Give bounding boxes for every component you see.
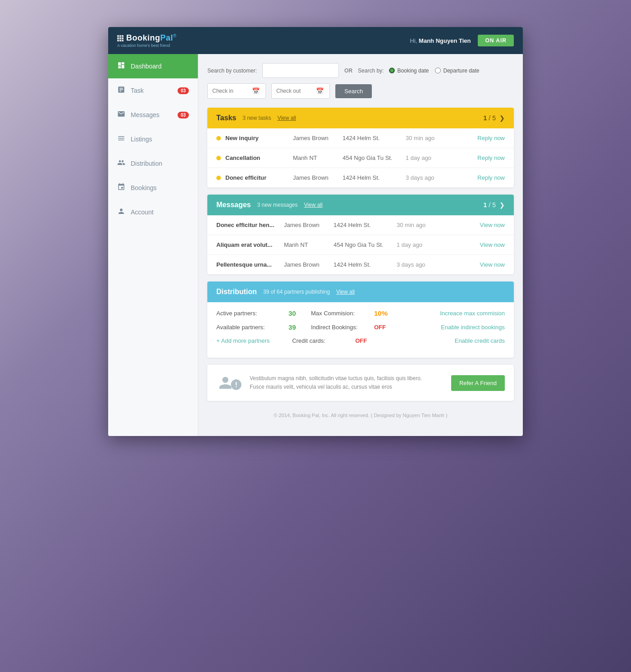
sidebar-label-messages: Messages [131, 111, 160, 118]
messages-page-total: 5 [492, 201, 496, 209]
svg-rect-5 [122, 37, 123, 39]
messages-page-sep: / [489, 201, 490, 209]
referral-text: Vestibulum magna nibh, sollicitudin vita… [250, 374, 422, 391]
distribution-row-3: + Add more partners Credit cards: OFF En… [216, 337, 505, 344]
tasks-card: Tasks 3 new tasks View all 1 / 5 ❯ New i… [207, 108, 514, 187]
content-area: Search by customer: OR Search by: Bookin… [198, 54, 523, 436]
distribution-view-all[interactable]: View all [336, 289, 355, 295]
logo-tagline: A vacation home's best friend [117, 43, 177, 48]
messages-rows: Donec efficitur hen... James Brown 1424 … [207, 215, 514, 274]
sidebar-label-account: Account [131, 209, 154, 216]
table-row: New inquiry James Brown 1424 Helm St. 30… [207, 128, 514, 148]
checkout-date-input[interactable]: 📅 [271, 83, 330, 99]
listings-icon [117, 134, 125, 144]
svg-rect-0 [117, 35, 119, 37]
row-address: 1424 Helm St. [343, 135, 401, 141]
header-greeting: Hi, Manh Nguyen Tien [410, 37, 471, 44]
row-name: James Brown [284, 261, 329, 268]
row-type: New inquiry [225, 135, 288, 141]
sidebar-item-bookings[interactable]: Bookings [108, 176, 198, 200]
svg-rect-4 [119, 37, 121, 39]
max-commission-label: Max Commision: [311, 310, 374, 317]
task-badge: 03 [178, 87, 189, 94]
messages-badge: 03 [178, 112, 189, 118]
available-partners-value: 39 [288, 323, 311, 331]
row-dot [216, 136, 221, 141]
row-action[interactable]: Reply now [477, 154, 505, 161]
refer-friend-button[interactable]: Refer A Friend [451, 375, 505, 391]
tasks-title: Tasks [216, 114, 236, 122]
row-type: Donec efficitur hen... [216, 222, 279, 228]
search-button[interactable]: Search [335, 84, 372, 98]
table-row: Cancellation Manh NT 454 Ngo Gia Tu St. … [207, 148, 514, 168]
row-type: Pellentesque urna... [216, 261, 279, 268]
messages-card: Messages 3 new messages View all 1 / 5 ❯… [207, 195, 514, 274]
checkin-date-input[interactable]: 📅 [207, 83, 266, 99]
row-time: 30 min ago [406, 135, 446, 141]
dashboard-icon [117, 61, 125, 71]
task-icon [117, 86, 125, 95]
sidebar-label-bookings: Bookings [131, 184, 157, 191]
radio-departure-date[interactable]: Departure date [435, 68, 479, 74]
row-name: James Brown [293, 174, 338, 181]
active-partners-label: Active partners: [216, 310, 288, 317]
add-partners-link[interactable]: + Add more partners [216, 337, 270, 344]
sidebar-item-task[interactable]: Task 03 [108, 78, 198, 103]
checkin-calendar-icon: 📅 [252, 87, 260, 95]
referral-card: Vestibulum magna nibh, sollicitudin vita… [207, 365, 514, 401]
row-action[interactable]: View now [480, 261, 505, 268]
sidebar-label-distribution: Distribution [131, 160, 162, 167]
row-action[interactable]: Reply now [477, 174, 505, 181]
distribution-icon [117, 159, 125, 168]
radio-booking-date[interactable]: Booking date [389, 68, 429, 74]
sidebar-item-listings[interactable]: Listings [108, 127, 198, 151]
sidebar: Dashboard Task 03 Messages 03 [108, 54, 198, 436]
enable-credit-action[interactable]: Enable credit cards [455, 337, 505, 344]
row-name: Manh NT [293, 154, 338, 161]
svg-rect-7 [119, 40, 121, 41]
sidebar-item-dashboard[interactable]: Dashboard [108, 54, 198, 78]
messages-page-current: 1 [484, 201, 487, 209]
messages-chevron-icon[interactable]: ❯ [499, 201, 505, 209]
row-address: 454 Ngo Gia Tu St. [343, 154, 401, 161]
tasks-rows: New inquiry James Brown 1424 Helm St. 30… [207, 128, 514, 187]
row-action[interactable]: Reply now [477, 135, 505, 141]
tasks-page-total: 5 [492, 114, 496, 122]
svg-rect-8 [122, 40, 123, 41]
header-right: Hi, Manh Nguyen Tien ON AIR [410, 35, 514, 46]
on-air-button[interactable]: ON AIR [478, 35, 514, 46]
main-layout: Dashboard Task 03 Messages 03 [108, 54, 523, 436]
row-dot [216, 176, 221, 180]
search-customer-input[interactable] [262, 63, 339, 78]
tasks-chevron-icon[interactable]: ❯ [499, 114, 505, 122]
search-bar: Search by customer: OR Search by: Bookin… [207, 63, 514, 99]
checkout-input[interactable] [276, 88, 312, 94]
app-container: BookingPal® A vacation home's best frien… [108, 27, 523, 436]
messages-view-all[interactable]: View all [304, 202, 323, 208]
sidebar-item-distribution[interactable]: Distribution [108, 151, 198, 176]
enable-indirect-action[interactable]: Enable indirect bookings [441, 324, 505, 331]
header: BookingPal® A vacation home's best frien… [108, 27, 523, 54]
table-row: Aliquam erat volut... Manh NT 454 Ngo Gi… [207, 235, 514, 255]
row-time: 1 day ago [397, 241, 437, 248]
row-address: 1424 Helm St. [334, 222, 392, 228]
tasks-new-count: 3 new tasks [242, 115, 271, 121]
row-action[interactable]: View now [480, 241, 505, 248]
row-time: 3 days ago [397, 261, 437, 268]
tasks-page-sep: / [489, 114, 490, 122]
sidebar-item-account[interactable]: Account [108, 200, 198, 224]
checkin-input[interactable] [212, 88, 248, 94]
row-type: Aliquam erat volut... [216, 241, 279, 248]
logo-name: BookingPal® [126, 33, 177, 43]
active-partners-value: 30 [288, 309, 311, 317]
messages-pagination: 1 / 5 ❯ [484, 201, 505, 209]
row-time: 1 day ago [406, 154, 446, 161]
increase-commission-action[interactable]: Increace max commision [440, 310, 505, 317]
tasks-view-all[interactable]: View all [278, 115, 296, 121]
distribution-title: Distribution [216, 288, 257, 296]
account-icon [117, 207, 125, 217]
distribution-subtitle: 39 of 64 partners publishing [263, 289, 330, 295]
sidebar-item-messages[interactable]: Messages 03 [108, 103, 198, 127]
row-action[interactable]: View now [480, 222, 505, 228]
row-address: 1424 Helm St. [334, 261, 392, 268]
